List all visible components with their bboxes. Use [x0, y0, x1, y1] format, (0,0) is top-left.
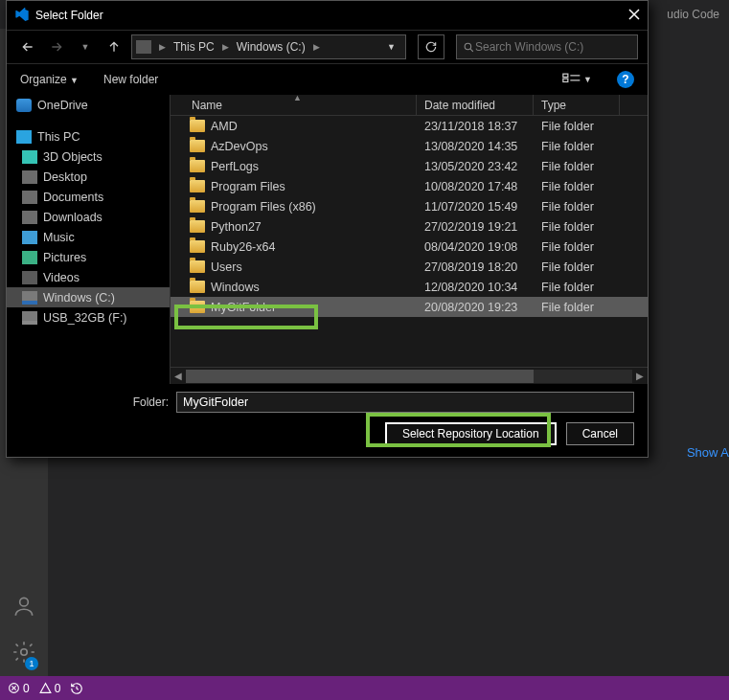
- col-name[interactable]: ▲Name: [171, 95, 417, 115]
- svg-rect-5: [563, 79, 568, 81]
- folder-dark-icon: [22, 191, 37, 204]
- back-button[interactable]: [16, 35, 39, 58]
- nav-tree: OneDriveThis PC3D ObjectsDesktopDocument…: [7, 95, 170, 384]
- folder-icon: [190, 140, 205, 152]
- pic-icon: [22, 251, 37, 264]
- settings-badge: 1: [25, 657, 38, 670]
- tree-item-documents[interactable]: Documents: [7, 187, 170, 207]
- breadcrumb-this-pc[interactable]: This PC: [170, 40, 218, 54]
- select-location-button[interactable]: Select Repository Location: [385, 422, 557, 445]
- search-icon: [463, 41, 475, 54]
- folder-dark-icon: [22, 170, 37, 184]
- file-row[interactable]: AzDevOps13/08/2020 14:35File folder: [171, 136, 648, 156]
- status-bar: 0 0: [0, 676, 729, 700]
- file-row[interactable]: Program Files10/08/2020 17:48File folder: [171, 176, 648, 196]
- folder-icon: [190, 240, 205, 253]
- close-icon[interactable]: [628, 9, 640, 23]
- col-type[interactable]: Type: [534, 95, 620, 115]
- column-headers: ▲Name Date modified Type: [171, 95, 648, 116]
- organize-menu[interactable]: Organize ▼: [20, 73, 79, 86]
- file-row[interactable]: MyGitFolder20/08/2020 19:23File folder: [171, 297, 648, 317]
- tree-item-desktop[interactable]: Desktop: [7, 167, 170, 187]
- dialog-titlebar: Select Folder: [7, 1, 648, 30]
- folder-icon: [190, 220, 205, 233]
- file-row[interactable]: Users27/08/2019 18:20File folder: [171, 257, 648, 277]
- folder-icon: [190, 281, 205, 293]
- music-icon: [22, 231, 37, 244]
- vscode-titlebar: udio Code: [667, 0, 729, 29]
- folder-label: Folder:: [20, 395, 169, 409]
- svg-point-0: [20, 598, 29, 606]
- help-icon[interactable]: ?: [617, 71, 634, 88]
- folder-icon: [190, 160, 205, 172]
- file-row[interactable]: Ruby26-x6408/04/2020 19:08File folder: [171, 237, 648, 257]
- scroll-right-icon[interactable]: ▶: [632, 371, 648, 381]
- file-row[interactable]: Program Files (x86)11/07/2020 15:49File …: [171, 196, 648, 216]
- up-button[interactable]: [103, 35, 125, 58]
- tree-item-usb-32gb-f-[interactable]: USB_32GB (F:): [7, 307, 170, 327]
- file-rows: AMD23/11/2018 18:37File folderAzDevOps13…: [171, 116, 648, 367]
- errors-stat[interactable]: 0: [8, 682, 30, 695]
- recent-dropdown[interactable]: ▼: [74, 35, 97, 58]
- history-icon[interactable]: [70, 682, 83, 695]
- tree-item-onedrive[interactable]: OneDrive: [7, 95, 170, 115]
- tree-item-pictures[interactable]: Pictures: [7, 247, 170, 267]
- view-options[interactable]: ▼: [562, 73, 592, 86]
- settings-icon[interactable]: 1: [11, 640, 36, 668]
- new-folder-button[interactable]: New folder: [103, 73, 158, 86]
- cube-icon: [22, 150, 37, 164]
- h-scrollbar[interactable]: ◀ ▶: [171, 367, 648, 384]
- account-icon[interactable]: [11, 594, 36, 622]
- vscode-icon: [14, 8, 30, 23]
- tree-item-downloads[interactable]: Downloads: [7, 207, 170, 227]
- folder-input[interactable]: [176, 392, 634, 413]
- folder-icon: [190, 180, 205, 192]
- video-icon: [22, 271, 37, 284]
- address-bar[interactable]: ▶ This PC ▶ Windows (C:) ▶ ▼: [131, 34, 406, 59]
- chevron-right-icon[interactable]: ▶: [311, 42, 322, 52]
- svg-point-3: [465, 43, 471, 50]
- drive-icon: [136, 40, 151, 54]
- sort-indicator: ▲: [293, 93, 302, 102]
- chevron-right-icon[interactable]: ▶: [220, 42, 231, 52]
- warnings-stat[interactable]: 0: [39, 682, 61, 695]
- col-date[interactable]: Date modified: [417, 95, 534, 115]
- search-input[interactable]: [475, 40, 631, 54]
- tree-item-this-pc[interactable]: This PC: [7, 126, 170, 147]
- tree-item-music[interactable]: Music: [7, 227, 170, 247]
- scroll-left-icon[interactable]: ◀: [171, 371, 186, 381]
- svg-point-1: [21, 649, 28, 656]
- tree-item-3d-objects[interactable]: 3D Objects: [7, 147, 170, 167]
- file-row[interactable]: PerfLogs13/05/2020 23:42File folder: [171, 156, 648, 176]
- select-folder-dialog: Select Folder ▼ ▶ This PC ▶ Windows (C:)…: [6, 0, 649, 458]
- folder-dark-icon: [22, 211, 37, 224]
- tree-item-videos[interactable]: Videos: [7, 267, 170, 287]
- pc-icon: [16, 130, 32, 144]
- toolbar: Organize ▼ New folder ▼ ?: [7, 64, 648, 95]
- folder-icon: [190, 120, 205, 132]
- dialog-title: Select Folder: [35, 9, 103, 22]
- address-dropdown[interactable]: ▼: [381, 42, 401, 52]
- folder-icon: [190, 260, 205, 273]
- nav-bar: ▼ ▶ This PC ▶ Windows (C:) ▶ ▼: [7, 30, 648, 64]
- breadcrumb-drive[interactable]: Windows (C:): [233, 40, 309, 54]
- chevron-right-icon[interactable]: ▶: [157, 42, 168, 52]
- search-box[interactable]: [456, 34, 638, 59]
- svg-rect-4: [563, 74, 568, 77]
- file-row[interactable]: Python2727/02/2019 19:21File folder: [171, 216, 648, 237]
- show-all-link[interactable]: Show A: [687, 445, 729, 460]
- file-row[interactable]: AMD23/11/2018 18:37File folder: [171, 116, 648, 136]
- file-row[interactable]: Windows12/08/2020 10:34File folder: [171, 277, 648, 297]
- cancel-button[interactable]: Cancel: [566, 422, 634, 445]
- drive-icon: [22, 291, 37, 305]
- folder-icon: [190, 301, 205, 313]
- file-list-pane: ▲Name Date modified Type AMD23/11/2018 1…: [170, 95, 648, 384]
- folder-icon: [190, 200, 205, 213]
- scroll-thumb[interactable]: [186, 370, 534, 383]
- refresh-button[interactable]: [418, 34, 444, 59]
- forward-button[interactable]: [45, 35, 68, 58]
- tree-item-windows-c-[interactable]: Windows (C:): [7, 287, 170, 307]
- cloud-icon: [16, 99, 32, 112]
- usb-icon: [22, 311, 37, 325]
